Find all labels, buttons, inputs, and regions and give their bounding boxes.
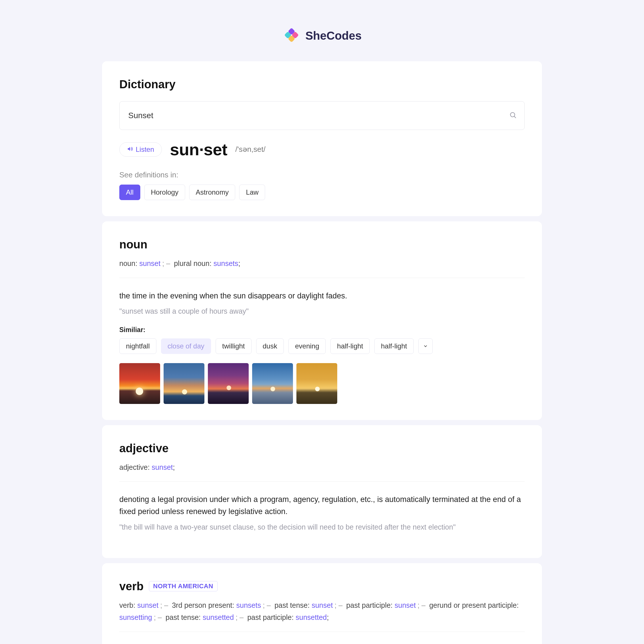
form-key: verb bbox=[119, 601, 133, 609]
thumbnail[interactable] bbox=[296, 363, 337, 404]
speaker-icon bbox=[127, 145, 133, 154]
thumbnail-row bbox=[119, 363, 525, 404]
similar-pill[interactable]: nightfall bbox=[119, 338, 156, 354]
similar-pill[interactable]: half-light bbox=[374, 338, 414, 354]
entry-card-noun: nounnoun: sunset; – plural noun: sunsets… bbox=[102, 221, 542, 420]
form-key: plural noun bbox=[174, 259, 210, 267]
pos-badge: NORTH AMERICAN bbox=[149, 581, 218, 591]
page-title: Dictionary bbox=[119, 78, 525, 91]
form-key: noun bbox=[119, 259, 135, 267]
word-row: Listen sun·set /'sən,set/ bbox=[119, 140, 525, 159]
search-input[interactable] bbox=[119, 101, 525, 130]
filter-label: See definitions in: bbox=[119, 170, 525, 179]
entry-card-adjective: adjectiveadjective: sunset;denoting a le… bbox=[102, 425, 542, 558]
similar-pill[interactable]: twillight bbox=[216, 338, 252, 354]
forms-line: verb: sunset; – 3rd person present: suns… bbox=[119, 599, 525, 624]
forms-line: adjective: sunset; bbox=[119, 461, 525, 474]
example-text: "sunset was still a couple of hours away… bbox=[119, 306, 525, 317]
similar-row: nightfallclose of daytwillightduskevenin… bbox=[119, 338, 525, 354]
form-value: sunsetting bbox=[119, 613, 152, 621]
forms-line: noun: sunset; – plural noun: sunsets; bbox=[119, 257, 525, 270]
form-value: sunset bbox=[312, 601, 333, 609]
search-card: Dictionary Listen sun·set bbox=[102, 61, 542, 216]
pos-heading: noun bbox=[119, 238, 147, 251]
chevron-down-icon bbox=[423, 344, 428, 348]
listen-label: Listen bbox=[136, 145, 154, 154]
pos-heading: verb bbox=[119, 580, 144, 593]
similar-pill[interactable]: close of day bbox=[161, 338, 211, 354]
brand-name: SheCodes bbox=[305, 29, 362, 42]
thumbnail[interactable] bbox=[252, 363, 293, 404]
form-value: sunsets bbox=[236, 601, 261, 609]
form-key: past tense bbox=[166, 613, 199, 621]
pos-heading-row: adjective bbox=[119, 442, 525, 455]
expand-similar-button[interactable] bbox=[418, 338, 433, 354]
pos-heading-row: noun bbox=[119, 238, 525, 251]
divider bbox=[119, 278, 525, 278]
svg-line-5 bbox=[514, 116, 516, 118]
thumbnail[interactable] bbox=[164, 363, 204, 404]
form-value: sunsetted bbox=[203, 613, 234, 621]
filter-chip-astronomy[interactable]: Astronomy bbox=[189, 185, 235, 200]
divider bbox=[119, 481, 525, 482]
definition-text: denoting a legal provision under which a… bbox=[119, 494, 525, 518]
logo-icon bbox=[282, 26, 301, 45]
form-key: 3rd person present bbox=[172, 601, 232, 609]
headword: sun·set bbox=[170, 140, 227, 159]
filter-chip-horology[interactable]: Horology bbox=[144, 185, 185, 200]
entry-card-verb: verbNORTH AMERICANverb: sunset; – 3rd pe… bbox=[102, 563, 542, 644]
form-value: sunset bbox=[139, 259, 161, 267]
pos-heading: adjective bbox=[119, 442, 168, 455]
search-icon[interactable] bbox=[509, 111, 517, 120]
filter-chip-all[interactable]: All bbox=[119, 185, 140, 200]
example-text: "the bill will have a two-year sunset cl… bbox=[119, 522, 525, 533]
filter-chip-law[interactable]: Law bbox=[239, 185, 265, 200]
form-key: past participle bbox=[346, 601, 390, 609]
similar-label: Similiar: bbox=[119, 326, 525, 334]
form-value: sunsetted bbox=[296, 613, 327, 621]
pronunciation: /'sən,set/ bbox=[235, 145, 266, 154]
form-key: past participle bbox=[247, 613, 292, 621]
svg-marker-6 bbox=[128, 147, 130, 151]
pos-heading-row: verbNORTH AMERICAN bbox=[119, 580, 525, 593]
form-value: sunsets bbox=[214, 259, 238, 267]
thumbnail[interactable] bbox=[208, 363, 249, 404]
form-key: adjective bbox=[119, 463, 148, 471]
form-key: gerund or present participle bbox=[429, 601, 517, 609]
similar-pill[interactable]: dusk bbox=[256, 338, 284, 354]
form-value: sunset bbox=[152, 463, 173, 471]
form-key: past tense bbox=[275, 601, 308, 609]
listen-button[interactable]: Listen bbox=[119, 142, 162, 157]
form-value: sunset bbox=[395, 601, 416, 609]
definition-text: the time in the evening when the sun dis… bbox=[119, 290, 525, 302]
search-row bbox=[119, 101, 525, 130]
similar-pill[interactable]: evening bbox=[288, 338, 326, 354]
thumbnail[interactable] bbox=[119, 363, 160, 404]
similar-pill[interactable]: half-light bbox=[330, 338, 370, 354]
form-value: sunset bbox=[137, 601, 159, 609]
filter-chip-row: AllHorologyAstronomyLaw bbox=[119, 185, 525, 200]
header: SheCodes bbox=[0, 26, 644, 45]
brand: SheCodes bbox=[282, 26, 362, 45]
divider bbox=[119, 632, 525, 632]
